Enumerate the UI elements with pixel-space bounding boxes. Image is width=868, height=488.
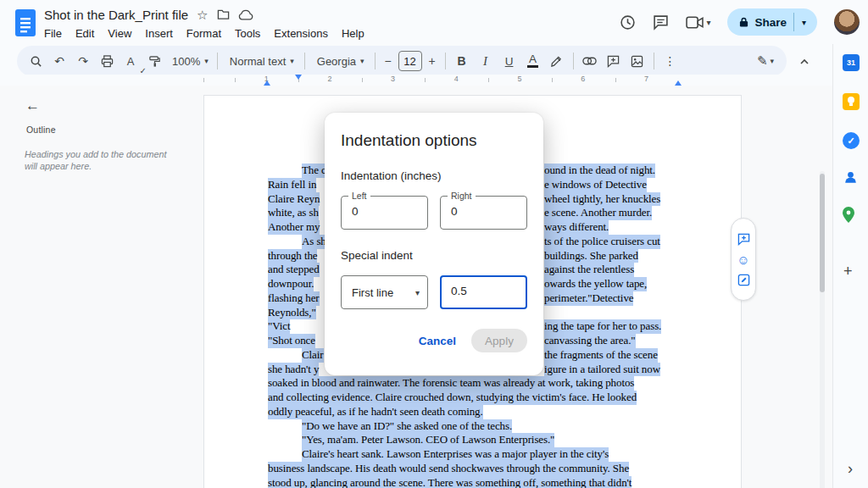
doc-line[interactable]: "Do we have an ID?" she asked one of the… — [204, 419, 741, 434]
text-color-a: A — [529, 54, 537, 64]
ruler-ticks — [203, 78, 678, 82]
quick-add-comment-icon[interactable] — [737, 233, 750, 246]
meet-video-icon[interactable]: ▾ — [686, 16, 710, 29]
calendar-icon[interactable]: 31 — [843, 54, 860, 71]
special-indent-value-input[interactable]: 0.5 — [440, 275, 527, 309]
hide-menus-chevron-icon[interactable] — [793, 51, 815, 73]
left-indent-field[interactable]: Left 0 — [341, 196, 428, 230]
doc-line-left: flashing her — [268, 291, 320, 306]
first-line-indent-marker[interactable] — [295, 75, 302, 80]
keep-icon[interactable] — [843, 93, 860, 110]
show-side-panel-chevron-icon[interactable]: › — [839, 458, 861, 480]
paragraph-style-select[interactable]: Normal text ▾ — [223, 50, 299, 72]
highlight-color-icon[interactable] — [546, 50, 568, 72]
menu-file[interactable]: File — [37, 25, 69, 42]
more-options-icon[interactable]: ⋮ — [659, 50, 682, 72]
doc-line-right: ts of the police cruisers cut — [544, 235, 660, 249]
print-icon[interactable] — [96, 50, 118, 72]
left-field-value: 0 — [352, 205, 359, 218]
header-actions: ▾ Share ▾ — [620, 7, 860, 37]
search-menus-icon[interactable] — [25, 50, 47, 72]
add-comment-icon[interactable] — [603, 50, 625, 72]
toolbar-divider — [217, 53, 218, 69]
undo-icon[interactable]: ↶ — [48, 50, 70, 72]
doc-line-left: business landscape. His death would send… — [268, 462, 629, 476]
toolbar-divider — [654, 53, 654, 69]
version-history-icon[interactable] — [620, 14, 636, 30]
avatar[interactable] — [834, 9, 860, 35]
close-outline-arrow-icon[interactable]: ← — [25, 97, 40, 114]
special-indent-type-value: First line — [352, 286, 393, 299]
font-caret-icon: ▾ — [360, 57, 364, 65]
doc-line-left: As sh — [302, 235, 326, 249]
italic-button[interactable]: I — [475, 50, 497, 72]
meet-caret-icon[interactable]: ▾ — [706, 18, 710, 27]
tasks-icon[interactable]: ✓ — [843, 132, 860, 149]
right-indent-field[interactable]: Right 0 — [440, 196, 527, 230]
doc-line[interactable]: "Yes, ma'am. Peter Lawson. CEO of Lawson… — [204, 433, 741, 447]
indentation-options-dialog: Indentation options Indentation (inches)… — [325, 113, 543, 375]
ruler-number: 2 — [326, 75, 333, 83]
doc-line[interactable]: stood up, glancing around the scene. The… — [204, 476, 741, 488]
doc-line-left: The c — [302, 164, 326, 178]
maps-icon[interactable] — [843, 207, 860, 224]
dialog-title: Indentation options — [341, 131, 527, 150]
menu-insert[interactable]: Insert — [138, 25, 180, 42]
doc-line-right: wheel tightly, her knuckles — [544, 192, 660, 207]
apply-button[interactable]: Apply — [471, 329, 527, 352]
menu-tools[interactable]: Tools — [228, 25, 267, 42]
menu-view[interactable]: View — [101, 25, 138, 42]
menu-extensions[interactable]: Extensions — [267, 25, 335, 42]
star-icon[interactable]: ☆ — [197, 8, 208, 21]
chevron-down-icon: ▾ — [415, 288, 420, 297]
doc-line[interactable]: soaked in blood and rainwater. The foren… — [204, 376, 741, 391]
suggest-edits-icon[interactable] — [737, 274, 750, 286]
doc-line-left: stood up, glancing around the scene. The… — [268, 476, 632, 488]
menu-edit[interactable]: Edit — [69, 25, 101, 42]
comments-icon[interactable] — [653, 14, 669, 30]
font-size-increase-button[interactable]: + — [425, 50, 440, 72]
contacts-icon[interactable] — [843, 169, 860, 186]
paint-format-icon[interactable] — [143, 50, 165, 72]
menu-format[interactable]: Format — [180, 25, 228, 42]
docs-logo[interactable] — [14, 7, 37, 39]
insert-image-icon[interactable] — [626, 50, 648, 72]
doc-line[interactable]: and collecting evidence. Claire crouched… — [204, 391, 741, 405]
share-label: Share — [754, 16, 787, 29]
doc-line-left: through the — [268, 249, 317, 263]
editing-mode-select[interactable]: ✎ ▾ — [752, 50, 779, 72]
move-folder-icon[interactable] — [217, 8, 230, 20]
title-block: Shot in the Dark_Print file ☆ FileEditVi… — [44, 5, 371, 42]
quick-actions-bar: ☺ — [731, 218, 756, 301]
font-select[interactable]: Georgia ▾ — [310, 50, 370, 72]
doc-line[interactable]: Claire's heart sank. Lawson Enterprises … — [204, 447, 741, 462]
doc-line[interactable]: business landscape. His death would send… — [204, 462, 741, 476]
spellcheck-icon[interactable]: A ✓ — [120, 50, 142, 72]
paragraph-style-value: Normal text — [228, 55, 287, 68]
share-button[interactable]: Share ▾ — [727, 8, 817, 36]
menu-bar: FileEditViewInsertFormatToolsExtensionsH… — [37, 25, 371, 42]
doc-line-left: Claire Reyn — [268, 192, 320, 207]
text-color-button[interactable]: A — [522, 50, 544, 72]
cloud-saved-icon[interactable] — [238, 9, 253, 20]
font-size-decrease-button[interactable]: − — [381, 50, 396, 72]
font-size-input[interactable]: 12 — [398, 51, 422, 71]
ruler[interactable]: 1234567 — [0, 75, 832, 86]
zoom-select[interactable]: 100% ▾ — [167, 50, 212, 72]
cancel-button[interactable]: Cancel — [412, 330, 463, 352]
menu-help[interactable]: Help — [335, 25, 371, 42]
redo-icon[interactable]: ↷ — [72, 50, 94, 72]
special-indent-type-select[interactable]: First line ▾ — [341, 275, 428, 309]
underline-button[interactable]: U — [498, 50, 520, 72]
bold-button[interactable]: B — [451, 50, 473, 72]
doc-line-left: "Yes, ma'am. Peter Lawson. CEO of Lawson… — [302, 433, 554, 447]
doc-line-left: oddly peaceful, as if he hadn't seen dea… — [268, 405, 483, 419]
get-addons-plus-icon[interactable]: + — [843, 263, 853, 280]
emoji-reaction-icon[interactable]: ☺ — [737, 253, 749, 266]
doc-scrollbar-thumb[interactable] — [820, 174, 825, 292]
insert-link-icon[interactable] — [579, 50, 601, 72]
special-indent-value: 0.5 — [451, 285, 467, 297]
doc-line[interactable]: oddly peaceful, as if he hadn't seen dea… — [204, 405, 741, 419]
document-title[interactable]: Shot in the Dark_Print file — [44, 8, 188, 22]
share-caret-icon[interactable]: ▾ — [794, 18, 814, 27]
